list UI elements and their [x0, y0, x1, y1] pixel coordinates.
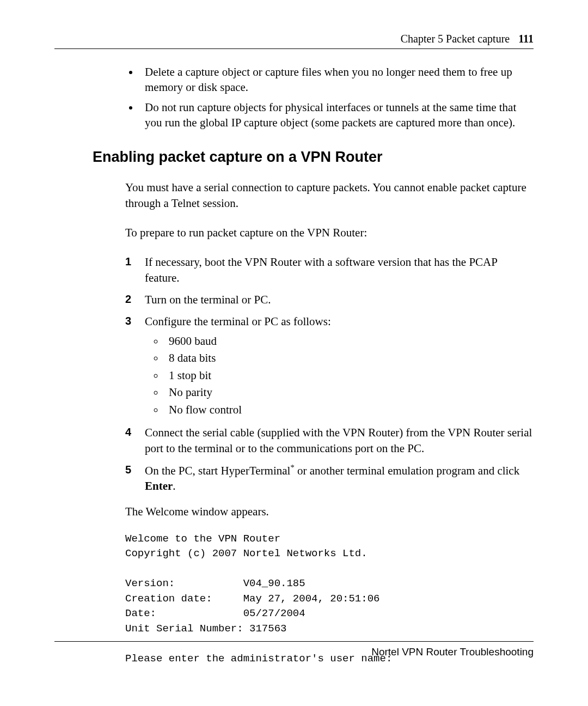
- list-item: No parity: [164, 384, 534, 401]
- sub-bullets: 9600 baud 8 data bits 1 stop bit No pari…: [145, 333, 534, 419]
- list-item: 8 data bits: [164, 350, 534, 367]
- step-item: On the PC, start HyperTerminal* or anoth…: [125, 462, 534, 494]
- paragraph: To prepare to run packet capture on the …: [125, 225, 534, 240]
- list-item: No flow control: [164, 401, 534, 419]
- asterisk-icon: *: [290, 463, 294, 472]
- paragraph: You must have a serial connection to cap…: [125, 180, 534, 211]
- intro-bullets: Delete a capture object or capture files…: [125, 64, 534, 130]
- footer-text: Nortel VPN Router Troubleshooting: [371, 646, 534, 658]
- step-text: Configure the terminal or PC as follows:: [145, 315, 331, 328]
- list-item: 1 stop bit: [164, 367, 534, 385]
- page-number: 111: [518, 33, 534, 45]
- list-item: Delete a capture object or capture files…: [139, 64, 534, 95]
- step-text-a: On the PC, start HyperTerminal: [145, 464, 290, 477]
- section-heading: Enabling packet capture on a VPN Router: [93, 149, 534, 166]
- enter-key-label: Enter: [145, 479, 173, 492]
- step-list: If necessary, boot the VPN Router with a…: [125, 254, 534, 494]
- list-item: 9600 baud: [164, 333, 534, 350]
- step-text-b: or another terminal emulation program an…: [295, 464, 519, 477]
- step-item: Configure the terminal or PC as follows:…: [125, 314, 534, 418]
- page-footer: Nortel VPN Router Troubleshooting: [54, 641, 534, 658]
- document-page: Chapter 5 Packet capture 111 Delete a ca…: [0, 0, 588, 706]
- chapter-label: Chapter 5 Packet capture: [401, 33, 510, 45]
- section-body: You must have a serial connection to cap…: [125, 180, 534, 666]
- intro-bullet-block: Delete a capture object or capture files…: [125, 64, 534, 130]
- page-header: Chapter 5 Packet capture 111: [54, 33, 534, 49]
- step-item: If necessary, boot the VPN Router with a…: [125, 254, 534, 285]
- step-item: Connect the serial cable (supplied with …: [125, 425, 534, 456]
- welcome-note: The Welcome window appears.: [125, 505, 534, 519]
- step-item: Turn on the terminal or PC.: [125, 292, 534, 307]
- step-text-c: .: [173, 479, 175, 492]
- list-item: Do not run capture objects for physical …: [139, 100, 534, 131]
